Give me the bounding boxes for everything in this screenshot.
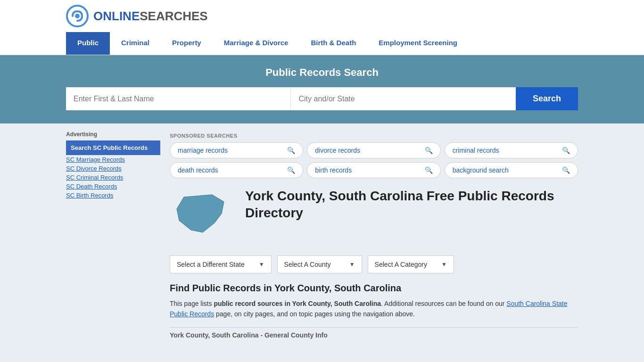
find-text-before: This page lists bbox=[170, 300, 214, 307]
search-row: Search bbox=[66, 87, 578, 110]
tag-background-search[interactable]: background search 🔍 bbox=[445, 162, 578, 178]
tag-criminal-label: criminal records bbox=[453, 147, 499, 154]
nav-public[interactable]: Public bbox=[66, 32, 110, 55]
svg-point-1 bbox=[75, 14, 80, 18]
tag-birth-records[interactable]: birth records 🔍 bbox=[307, 162, 440, 178]
main-nav: Public Criminal Property Marriage & Divo… bbox=[0, 32, 644, 55]
selectors-row: Select a Different State ▼ Select A Coun… bbox=[170, 255, 578, 273]
nav-employment[interactable]: Employment Screening bbox=[367, 32, 469, 55]
state-map bbox=[170, 188, 236, 246]
tag-death-records[interactable]: death records 🔍 bbox=[170, 162, 303, 178]
hero-title: Public Records Search bbox=[66, 66, 578, 79]
tag-divorce-label: divorce records bbox=[315, 147, 360, 154]
find-title: Find Public Records in York County, Sout… bbox=[170, 283, 578, 294]
main-content: Advertising Search SC Public Records SC … bbox=[0, 123, 644, 362]
tag-marriage-label: marriage records bbox=[178, 147, 228, 154]
sidebar-link-divorce[interactable]: SC Divorce Records bbox=[66, 165, 160, 172]
logo: ONLINESEARCHES bbox=[66, 5, 208, 27]
sponsored-tags: marriage records 🔍 divorce records 🔍 cri… bbox=[170, 142, 578, 178]
tag-death-label: death records bbox=[178, 166, 218, 174]
sidebar-link-death[interactable]: SC Death Records bbox=[66, 183, 160, 190]
tag-divorce-records[interactable]: divorce records 🔍 bbox=[307, 142, 440, 158]
nav-criminal[interactable]: Criminal bbox=[110, 32, 161, 55]
sidebar-ad-item[interactable]: Search SC Public Records bbox=[66, 140, 160, 155]
search-icon-divorce: 🔍 bbox=[425, 147, 433, 154]
directory-title: York County, South Carolina Free Public … bbox=[245, 188, 578, 222]
search-icon-birth: 🔍 bbox=[425, 166, 433, 174]
search-button[interactable]: Search bbox=[516, 87, 578, 110]
tag-marriage-records[interactable]: marriage records 🔍 bbox=[170, 142, 303, 158]
category-dropdown-arrow: ▼ bbox=[441, 261, 447, 268]
section-divider bbox=[170, 327, 578, 328]
section-footer-label: York County, South Carolina - General Co… bbox=[170, 331, 578, 339]
find-text-bold: public record sources in York County, So… bbox=[214, 300, 381, 307]
directory-title-wrapper: York County, South Carolina Free Public … bbox=[245, 188, 578, 222]
header: ONLINESEARCHES bbox=[0, 0, 644, 32]
sponsored-label: SPONSORED SEARCHES bbox=[170, 133, 578, 139]
category-selector-label: Select A Category bbox=[375, 261, 427, 268]
sidebar-link-marriage[interactable]: SC Marriage Records bbox=[66, 156, 160, 163]
state-selector-label: Select a Different State bbox=[177, 261, 245, 268]
tag-birth-label: birth records bbox=[315, 166, 352, 174]
search-location-input[interactable] bbox=[290, 87, 515, 110]
sc-map-svg bbox=[170, 188, 231, 244]
nav-marriage-divorce[interactable]: Marriage & Divorce bbox=[213, 32, 300, 55]
county-selector-label: Select A County bbox=[284, 261, 331, 268]
state-dropdown-arrow: ▼ bbox=[259, 261, 264, 268]
tag-background-label: background search bbox=[453, 166, 509, 174]
category-selector[interactable]: Select A Category ▼ bbox=[368, 255, 454, 273]
sidebar-link-criminal[interactable]: SC Criminal Records bbox=[66, 174, 160, 181]
logo-text: ONLINESEARCHES bbox=[93, 9, 208, 24]
county-dropdown-arrow: ▼ bbox=[349, 261, 355, 268]
sidebar-link-birth[interactable]: SC Birth Records bbox=[66, 192, 160, 199]
search-icon-death: 🔍 bbox=[287, 166, 295, 174]
search-name-input[interactable] bbox=[66, 87, 290, 110]
search-icon-criminal: 🔍 bbox=[562, 147, 570, 154]
find-text-middle: . Additional resources can be found on o… bbox=[381, 300, 506, 307]
sidebar-ad-label: Advertising bbox=[66, 131, 160, 138]
hero-section: Public Records Search Search bbox=[0, 55, 644, 123]
content-area: SPONSORED SEARCHES marriage records 🔍 di… bbox=[170, 131, 578, 362]
directory-section: York County, South Carolina Free Public … bbox=[170, 188, 578, 246]
tag-criminal-records[interactable]: criminal records 🔍 bbox=[445, 142, 578, 158]
nav-birth-death[interactable]: Birth & Death bbox=[299, 32, 367, 55]
nav-property[interactable]: Property bbox=[161, 32, 213, 55]
sidebar: Advertising Search SC Public Records SC … bbox=[66, 131, 160, 362]
search-icon-background: 🔍 bbox=[562, 166, 570, 174]
find-text-after: page, on city pages, and on topic pages … bbox=[214, 310, 415, 318]
state-selector[interactable]: Select a Different State ▼ bbox=[170, 255, 272, 273]
search-icon-marriage: 🔍 bbox=[287, 147, 295, 154]
county-selector[interactable]: Select A County ▼ bbox=[277, 255, 362, 273]
find-text: This page lists public record sources in… bbox=[170, 298, 578, 320]
logo-icon bbox=[66, 5, 89, 27]
